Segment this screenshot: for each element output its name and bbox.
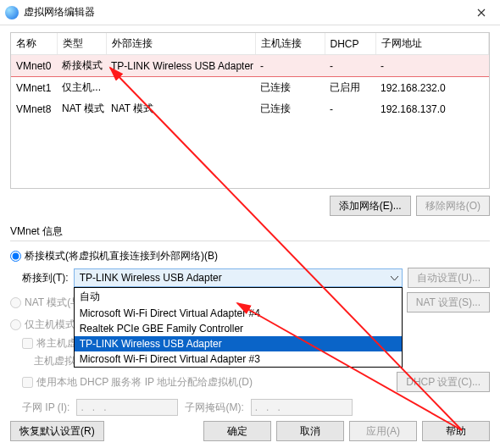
subnet-ip-field[interactable]: [76, 399, 178, 416]
cell-host: 已连接: [255, 98, 325, 119]
bridge-mode-radio-input[interactable]: [10, 251, 21, 262]
dropdown-option[interactable]: Microsoft Wi-Fi Direct Virtual Adapter #…: [75, 351, 403, 367]
cell-ext: TP-LINK Wireless USB Adapter: [106, 55, 255, 77]
auto-settings-button[interactable]: 自动设置(U)...: [408, 268, 490, 288]
bridge-to-dropdown[interactable]: 自动Microsoft Wi-Fi Direct Virtual Adapter…: [74, 287, 403, 368]
restore-defaults-button[interactable]: 恢复默认设置(R): [10, 421, 104, 441]
col-dhcp[interactable]: DHCP: [325, 33, 375, 55]
subnet-mask-field[interactable]: [251, 399, 353, 416]
apply-button[interactable]: 应用(A): [349, 421, 417, 441]
dhcp-settings-button[interactable]: DHCP 设置(C)...: [397, 372, 490, 392]
dropdown-option[interactable]: 自动: [75, 288, 403, 306]
dropdown-option[interactable]: Realtek PCIe GBE Family Controller: [75, 321, 403, 336]
help-button[interactable]: 帮助: [422, 421, 490, 441]
dialog-body: 名称 类型 外部连接 主机连接 DHCP 子网地址 VMnet0桥接模式TP-L…: [0, 25, 500, 423]
cell-dhcp: -: [325, 55, 375, 77]
cell-type: 桥接模式: [57, 55, 106, 77]
cell-subnet: 192.168.137.0: [375, 98, 489, 119]
col-name[interactable]: 名称: [11, 33, 57, 55]
window-title: 虚拟网络编辑器: [24, 5, 95, 19]
bridge-to-select[interactable]: TP-LINK Wireless USB Adapter: [74, 268, 403, 287]
cell-type: NAT 模式: [57, 98, 106, 119]
ok-button[interactable]: 确定: [203, 421, 271, 441]
cell-name: VMnet1: [11, 77, 57, 99]
app-icon: [5, 6, 19, 19]
subnet-mask-label: 子网掩码(M):: [185, 401, 243, 415]
cell-ext: [106, 77, 255, 99]
cell-subnet: -: [375, 55, 489, 77]
table-row[interactable]: VMnet0桥接模式TP-LINK Wireless USB Adapter--…: [11, 55, 489, 77]
connect-host-adapter-checkbox[interactable]: [22, 338, 33, 349]
table-row[interactable]: VMnet8NAT 模式NAT 模式已连接-192.168.137.0: [11, 98, 489, 119]
nat-mode-radio-input[interactable]: [10, 297, 21, 308]
bridge-mode-radio-label: 桥接模式(将虚拟机直接连接到外部网络)(B): [25, 249, 218, 263]
cancel-button[interactable]: 取消: [276, 421, 344, 441]
vmnet-table[interactable]: 名称 类型 外部连接 主机连接 DHCP 子网地址 VMnet0桥接模式TP-L…: [10, 32, 490, 189]
bottom-button-bar: 恢复默认设置(R) 确定 取消 应用(A) 帮助: [10, 421, 490, 441]
cell-name: VMnet0: [11, 55, 57, 77]
cell-dhcp: -: [325, 98, 375, 119]
col-host[interactable]: 主机连接: [255, 33, 325, 55]
bridge-to-select-value: TP-LINK Wireless USB Adapter: [80, 272, 222, 284]
table-header-row: 名称 类型 外部连接 主机连接 DHCP 子网地址: [11, 33, 489, 55]
table-row[interactable]: VMnet1仅主机...已连接已启用192.168.232.0: [11, 77, 489, 99]
vmnet-info-group: 桥接模式(将虚拟机直接连接到外部网络)(B) 桥接到(T): TP-LINK W…: [10, 241, 490, 416]
titlebar: 虚拟网络编辑器: [0, 0, 500, 25]
nat-settings-button[interactable]: NAT 设置(S)...: [407, 292, 490, 312]
dropdown-option[interactable]: TP-LINK Wireless USB Adapter: [75, 336, 403, 351]
bridge-to-label: 桥接到(T):: [22, 271, 69, 285]
cell-host: -: [255, 55, 325, 77]
cell-ext: NAT 模式: [106, 98, 255, 119]
cell-name: VMnet8: [11, 98, 57, 119]
chevron-down-icon: [391, 272, 398, 284]
subnet-ip-label: 子网 IP (I):: [22, 401, 69, 415]
dropdown-option[interactable]: Microsoft Wi-Fi Direct Virtual Adapter #…: [75, 306, 403, 321]
bridge-mode-radio[interactable]: 桥接模式(将虚拟机直接连接到外部网络)(B): [10, 249, 218, 263]
hostonly-mode-radio-input[interactable]: [10, 319, 21, 330]
close-button[interactable]: [463, 0, 500, 25]
remove-network-button[interactable]: 移除网络(O): [416, 196, 490, 216]
cell-host: 已连接: [255, 77, 325, 99]
col-ext[interactable]: 外部连接: [106, 33, 255, 55]
col-type[interactable]: 类型: [57, 33, 106, 55]
cell-type: 仅主机...: [57, 77, 106, 99]
cell-subnet: 192.168.232.0: [375, 77, 489, 99]
use-dhcp-checkbox[interactable]: [22, 377, 33, 388]
col-subnet[interactable]: 子网地址: [375, 33, 489, 55]
vmnet-info-label: VMnet 信息: [10, 224, 490, 239]
cell-dhcp: 已启用: [325, 77, 375, 99]
add-network-button[interactable]: 添加网络(E)...: [330, 196, 411, 216]
use-dhcp-label: 使用本地 DHCP 服务将 IP 地址分配给虚拟机(D): [36, 375, 253, 390]
